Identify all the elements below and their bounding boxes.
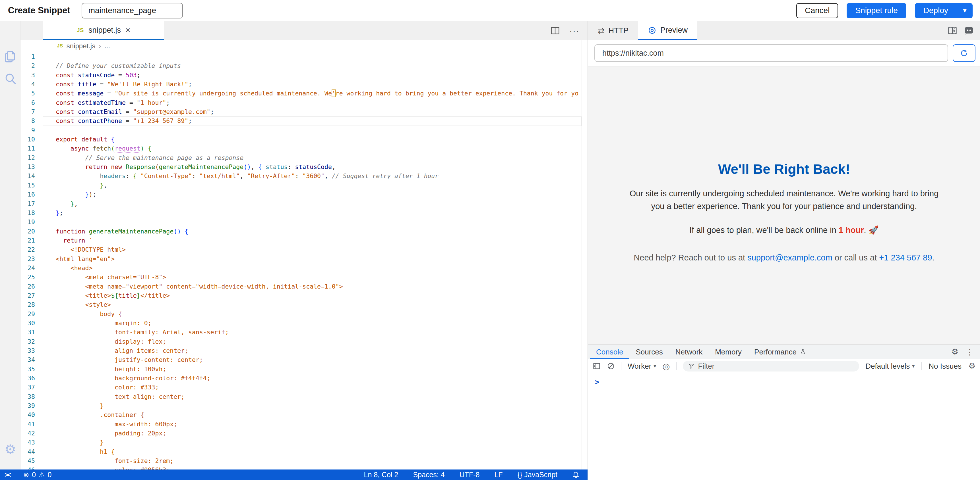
code-line[interactable]: 39 } — [21, 401, 582, 410]
cancel-button[interactable]: Cancel — [796, 3, 838, 18]
execution-context-selector[interactable]: Worker▾ — [628, 362, 656, 371]
code-line[interactable]: 15 }, — [21, 181, 582, 190]
code-line[interactable]: 19 — [21, 217, 582, 227]
more-actions-icon[interactable]: ··· — [570, 26, 579, 35]
search-icon[interactable] — [0, 72, 21, 86]
code-line[interactable]: 37 color: #333; — [21, 383, 582, 392]
code-line[interactable]: 16 }); — [21, 190, 582, 199]
code-line[interactable]: 12 // Serve the maintenance page as a re… — [21, 154, 582, 162]
indentation[interactable]: Spaces: 4 — [413, 470, 444, 479]
code-line[interactable]: 17 }, — [21, 200, 582, 209]
code-line[interactable]: 21 return ` — [21, 236, 582, 245]
code-line[interactable]: 46 color: #0056b3; — [21, 466, 582, 469]
phone-link[interactable]: +1 234 567 89 — [879, 253, 932, 262]
code-line[interactable]: 43 } — [21, 438, 582, 447]
deploy-dropdown-button[interactable]: ▾ — [957, 3, 973, 18]
devtools-tab-memory[interactable]: Memory — [709, 345, 748, 359]
code-line[interactable]: 36 background-color: #f4f4f4; — [21, 374, 582, 383]
code-line[interactable]: 33 align-items: center; — [21, 346, 582, 355]
code-line[interactable]: 31 font-family: Arial, sans-serif; — [21, 328, 582, 337]
code-line[interactable]: 4const title = "We'll Be Right Back!"; — [21, 80, 582, 89]
code-line[interactable]: 1 — [21, 52, 582, 61]
devtools-settings-gear-icon[interactable]: ⚙ — [951, 348, 958, 356]
language-mode[interactable]: {} JavaScript — [518, 470, 557, 479]
code-line[interactable]: 29 body { — [21, 310, 582, 319]
console-sidebar-toggle-icon[interactable] — [593, 362, 601, 370]
code-line[interactable]: 23<html lang="en"> — [21, 255, 582, 264]
encoding[interactable]: UTF-8 — [460, 470, 480, 479]
code-line[interactable]: 25 <meta charset="UTF-8"> — [21, 272, 582, 282]
snippet-name-input[interactable] — [82, 3, 183, 19]
code-line[interactable]: 14 headers: { "Content-Type": "text/html… — [21, 171, 582, 181]
devtools-tab-sources[interactable]: Sources — [629, 345, 669, 359]
files-icon[interactable] — [0, 49, 21, 63]
notifications-bell-icon[interactable] — [572, 471, 579, 478]
code-line[interactable]: 35 height: 100vh; — [21, 365, 582, 374]
code-text: const statusCode = 503; — [43, 71, 582, 80]
code-line[interactable]: 11 async fetch(request) { — [21, 144, 582, 153]
code-line[interactable]: 45 font-size: 2rem; — [21, 456, 582, 466]
code-line[interactable]: 10export default { — [21, 135, 582, 144]
remote-indicator-icon[interactable]: >< — [0, 471, 15, 479]
code-line[interactable]: 6const estimatedTime = "1 hour"; — [21, 98, 582, 107]
code-line[interactable]: 44 h1 { — [21, 447, 582, 456]
docs-book-icon[interactable] — [948, 26, 957, 35]
code-line[interactable]: 3const statusCode = 503; — [21, 71, 582, 80]
line-number: 35 — [21, 365, 43, 374]
breadcrumb[interactable]: JS snippet.js › ... — [21, 40, 587, 52]
code-line[interactable]: 42 padding: 20px; — [21, 429, 582, 438]
code-line[interactable]: 9 — [21, 126, 582, 135]
pane-divider[interactable] — [587, 21, 588, 480]
live-expression-eye-icon[interactable]: ◎ — [662, 361, 670, 371]
settings-gear-icon[interactable]: ⚙ — [0, 443, 21, 456]
devtools-tab-performance[interactable]: Performance — [748, 345, 813, 359]
code-line[interactable]: 24 <head> — [21, 264, 582, 272]
code-line[interactable]: 18}; — [21, 209, 582, 217]
eol-type[interactable]: LF — [494, 470, 503, 479]
code-line[interactable]: 13 return new Response(generateMaintenan… — [21, 162, 582, 171]
code-line[interactable]: 8const contactPhone = "+1 234 567 89"; — [21, 116, 582, 125]
breadcrumb-file[interactable]: snippet.js — [67, 42, 95, 50]
code-line[interactable]: 5const message = "Our site is currently … — [21, 89, 582, 98]
code-line[interactable]: 22 <!DOCTYPE html> — [21, 245, 582, 254]
console-body[interactable]: > — [588, 373, 980, 386]
close-tab-icon[interactable]: × — [126, 25, 130, 35]
flask-icon — [799, 348, 806, 356]
breadcrumb-more[interactable]: ... — [104, 42, 110, 50]
code-line[interactable]: 40 .container { — [21, 410, 582, 420]
clear-console-icon[interactable] — [607, 362, 615, 370]
devtools-tab-console[interactable]: Console — [590, 345, 629, 359]
code-line[interactable]: 20function generateMaintenancePage() { — [21, 227, 582, 236]
discord-chat-icon[interactable] — [964, 26, 974, 35]
support-email-link[interactable]: support@example.com — [748, 253, 832, 262]
devtools-kebab-menu-icon[interactable]: ⋮ — [966, 347, 974, 357]
code-line[interactable]: 30 margin: 0; — [21, 319, 582, 328]
code-line[interactable]: 32 display: flex; — [21, 337, 582, 346]
code-line[interactable]: 27 <title>${title}</title> — [21, 291, 582, 300]
tab-http[interactable]: ⇄ HTTP — [588, 21, 638, 40]
tab-snippet-js[interactable]: JS snippet.js × — [43, 21, 164, 40]
tab-preview[interactable]: Preview — [638, 21, 697, 40]
code-line[interactable]: 28 <style> — [21, 300, 582, 309]
devtools-tab-network[interactable]: Network — [669, 345, 709, 359]
log-levels-selector[interactable]: Default levels▾ — [865, 362, 915, 371]
split-editor-icon[interactable] — [550, 27, 560, 35]
issues-counter[interactable]: No Issues — [929, 362, 961, 371]
code-line[interactable]: 26 <meta name="viewport" content="width=… — [21, 282, 582, 291]
cursor-position[interactable]: Ln 8, Col 2 — [364, 470, 398, 479]
url-input[interactable] — [594, 44, 948, 62]
code-text: padding: 20px; — [43, 429, 582, 438]
problems-indicator[interactable]: ⊗ 0 ⚠ 0 — [23, 470, 51, 479]
snippet-rule-button[interactable]: Snippet rule — [846, 3, 906, 18]
refresh-button[interactable] — [953, 44, 975, 62]
code-line[interactable]: 7const contactEmail = "support@example.c… — [21, 107, 582, 116]
code-line[interactable]: 38 text-align: center; — [21, 392, 582, 401]
code-line[interactable]: 2// Define your customizable inputs — [21, 61, 582, 70]
console-settings-gear-icon[interactable]: ⚙ — [968, 362, 975, 370]
filter-input[interactable] — [698, 362, 854, 371]
code-editor[interactable]: 12// Define your customizable inputs3con… — [21, 52, 582, 469]
console-prompt[interactable]: > — [595, 378, 600, 386]
code-line[interactable]: 41 max-width: 600px; — [21, 420, 582, 429]
deploy-button[interactable]: Deploy — [915, 3, 957, 18]
code-line[interactable]: 34 justify-content: center; — [21, 355, 582, 364]
